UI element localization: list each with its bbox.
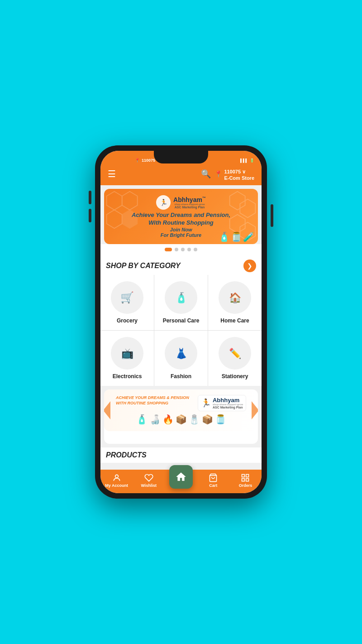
promo-asc-label: ASC Marketing Plan (213, 406, 243, 409)
home-care-icon-img: 🏠 (221, 284, 248, 311)
promo-brand-sub: shop-share-support-grow (213, 403, 243, 406)
bottom-navigation: My Account Wishlist (100, 470, 262, 493)
stationery-circle: ✏️ (219, 337, 251, 370)
category-item-stationery[interactable]: ✏️ Stationery (208, 331, 262, 386)
promo-product-6: 📦 (202, 414, 213, 425)
promo-top-row: Achieve Your Dreams & Pension with Routi… (110, 395, 252, 411)
wishlist-icon (144, 473, 153, 482)
power-button[interactable] (271, 204, 273, 227)
promo-brand-text: Abhhyam shop-share-support-grow ASC Mark… (213, 397, 243, 409)
shop-by-category-title: SHOP BY CATEGORY (106, 262, 181, 270)
signal-icon: ▌▌▌ (240, 159, 248, 163)
abhhyam-logo-icon: 🏃 (156, 195, 171, 210)
promo-title-line1: Achieve Your Dreams & Pension (116, 395, 194, 401)
wishlist-label: Wishlist (141, 483, 157, 488)
location-pin-icon: 📍 (214, 170, 222, 178)
electronics-circle: 📺 (111, 337, 143, 370)
category-item-fashion[interactable]: 👗 Fashion (154, 331, 208, 386)
app-header: ☰ 🔍 📍 110075 ∨ E-Com Store (100, 163, 262, 185)
promo-inner: Achieve Your Dreams & Pension with Routi… (104, 389, 258, 431)
category-item-home-care[interactable]: 🏠 Home Care (208, 275, 262, 330)
category-item-electronics[interactable]: 📺 Electronics (100, 331, 154, 386)
fashion-icon-img: 👗 (167, 340, 195, 367)
home-care-label: Home Care (220, 317, 249, 324)
orders-label: Orders (239, 483, 252, 488)
categories-grid: 🛒 Grocery 🧴 Personal Care (100, 275, 262, 386)
dot-4[interactable] (187, 248, 191, 251)
promo-product-3: 🔥 (162, 414, 174, 425)
location-pin-icon: 📍 (135, 158, 140, 163)
promo-logo-area: 🏃 Abhhyam shop-share-support-grow ASC Ma… (198, 395, 246, 411)
search-icon[interactable]: 🔍 (201, 169, 211, 179)
dot-3[interactable] (181, 248, 185, 251)
svg-text:🧴: 🧴 (175, 292, 188, 304)
grocery-label: Grocery (117, 317, 138, 324)
grocery-circle: 🛒 (111, 281, 143, 314)
my-account-label: My Account (105, 483, 128, 488)
asc-label: ASC Marketing Plan (173, 206, 206, 209)
home-button[interactable] (169, 465, 193, 489)
battery-icon: 🔋 (250, 159, 254, 163)
cart-label: Cart (209, 483, 217, 488)
dot-5[interactable] (194, 248, 197, 251)
location-info[interactable]: 📍 110075 ∨ E-Com Store (214, 167, 254, 181)
brand-name: Abhhyam™ (173, 197, 206, 203)
svg-rect-23 (246, 475, 249, 477)
products-section: PRODUCTS (100, 447, 262, 463)
banner-cta2: For Bright Future (110, 232, 252, 238)
dot-1[interactable] (165, 248, 172, 251)
cart-icon (209, 473, 218, 482)
svg-rect-25 (246, 479, 249, 481)
brand-tagline: shop-share-support-grow (173, 203, 206, 206)
menu-icon[interactable]: ☰ (108, 168, 116, 179)
banner-cta1: Join Now (110, 227, 252, 232)
banner-content: 🏃 Abhhyam™ shop-share-support-grow ASC M… (110, 195, 252, 238)
category-item-grocery[interactable]: 🛒 Grocery (100, 275, 154, 330)
promo-title-line2: with Routine Shopping (116, 400, 194, 406)
promo-banner: Achieve Your Dreams & Pension with Routi… (104, 389, 258, 444)
nav-wishlist[interactable]: Wishlist (133, 473, 165, 488)
notch (154, 151, 208, 163)
banner-headline2: With Routine Shopping (110, 219, 252, 227)
promo-logo-icon: 🏃 (201, 398, 211, 408)
electronics-label: Electronics (113, 373, 142, 380)
nav-cart[interactable]: Cart (197, 473, 229, 488)
promo-text-area: Achieve Your Dreams & Pension with Routi… (116, 395, 194, 406)
phone-frame: 📍 110075 ∨ ▌▌▌ 🔋 ☰ 🔍 📍 110075 ∨ (95, 145, 267, 499)
nav-my-account[interactable]: My Account (100, 473, 133, 488)
category-item-personal-care[interactable]: 🧴 Personal Care (154, 275, 208, 330)
banner-logo: 🏃 Abhhyam™ shop-share-support-grow ASC M… (110, 195, 252, 210)
left-arrow-decoration (104, 401, 110, 419)
promo-product-2: 🍶 (149, 414, 161, 425)
volume-up-button[interactable] (89, 191, 91, 204)
banner-headline1: Achieve Your Dreams and Pension, (110, 211, 252, 219)
category-next-arrow[interactable]: ❯ (243, 260, 256, 272)
svg-point-20 (115, 475, 118, 478)
promo-products-row: 🧴 🍶 🔥 📦 🧂 📦 🫙 (110, 411, 252, 426)
shop-by-category-header: SHOP BY CATEGORY ❯ (100, 255, 262, 275)
svg-text:📺: 📺 (121, 347, 134, 360)
right-arrow-decoration (252, 401, 258, 419)
personal-care-label: Personal Care (163, 317, 200, 324)
location-code: 110075 ∨ (224, 169, 246, 174)
promo-product-1: 🧴 (136, 414, 148, 425)
home-icon (175, 471, 187, 483)
svg-text:🛒: 🛒 (120, 291, 134, 304)
volume-down-button[interactable] (89, 209, 91, 222)
dot-2[interactable] (175, 248, 178, 251)
orders-icon (241, 473, 250, 482)
nav-home[interactable] (165, 472, 197, 489)
svg-rect-24 (242, 479, 245, 481)
phone-screen: 📍 110075 ∨ ▌▌▌ 🔋 ☰ 🔍 📍 110075 ∨ (100, 151, 262, 493)
svg-text:👗: 👗 (175, 347, 188, 360)
promo-brand-badge: 🏃 Abhhyam shop-share-support-grow ASC Ma… (198, 395, 246, 411)
promo-product-5: 🧂 (189, 414, 200, 425)
main-scroll-area: 🏃 Abhhyam™ shop-share-support-grow ASC M… (100, 185, 262, 470)
stationery-label: Stationery (222, 373, 248, 380)
svg-text:✏️: ✏️ (229, 347, 242, 360)
carousel-dots (100, 244, 262, 255)
arrow-icon: ❯ (247, 262, 252, 269)
promo-product-7: 🫙 (215, 414, 226, 425)
nav-orders[interactable]: Orders (229, 473, 262, 488)
grocery-icon-img: 🛒 (114, 284, 141, 311)
